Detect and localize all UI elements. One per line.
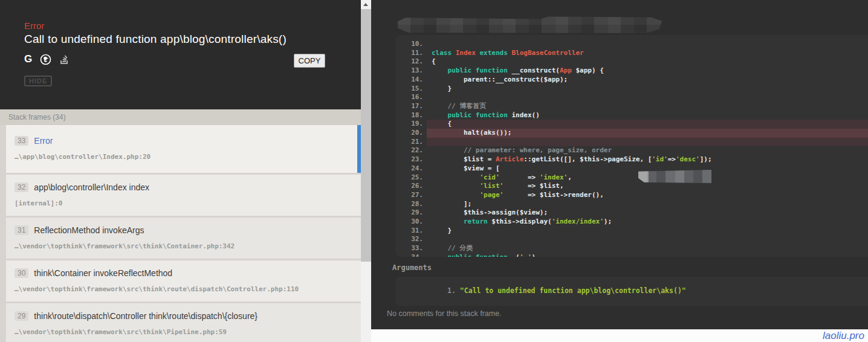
exception-message: Call to undefined function app\blog\cont… bbox=[24, 33, 287, 46]
code-line: 14. parent::__construct($app); bbox=[395, 76, 868, 85]
code-line: 28. ]; bbox=[395, 200, 868, 209]
line-number: 34. bbox=[395, 253, 427, 257]
code-line: 33. // 分类 bbox=[395, 244, 868, 253]
code-line: 17. // 博客首页 bbox=[395, 102, 868, 111]
line-number: 24. bbox=[395, 164, 427, 173]
code-line: 25. 'cid' => 'index', bbox=[395, 173, 868, 182]
stack-frames-list: 33Error…\app\blog\controller\Index.php:2… bbox=[0, 125, 361, 342]
line-number: 15. bbox=[395, 85, 427, 94]
line-number: 11. bbox=[395, 49, 427, 58]
code-line: 20. halt(aks()); bbox=[395, 129, 868, 138]
stack-frame[interactable]: 30think\Container invokeReflectMethod…\v… bbox=[6, 260, 361, 302]
argument-item: 1."Call to undefined function app\blog\c… bbox=[447, 286, 686, 295]
code-line: 29. $this->assign($view); bbox=[395, 208, 868, 218]
copy-button[interactable]: COPY bbox=[294, 54, 325, 68]
line-number: 26. bbox=[395, 182, 427, 191]
hide-button[interactable]: HIDE bbox=[24, 76, 52, 86]
scrollbar-thumb[interactable] bbox=[361, 9, 371, 262]
code-line: 32. bbox=[395, 235, 868, 244]
left-panel: Error Call to undefined function app\blo… bbox=[0, 0, 361, 342]
arguments-box: 1."Call to undefined function app\blog\c… bbox=[395, 277, 868, 306]
stack-frame[interactable]: 32app\blog\controller\Index index[intern… bbox=[6, 175, 361, 216]
google-icon[interactable]: G bbox=[24, 54, 32, 65]
code-line: 24. $view = [ bbox=[395, 164, 868, 173]
page-footer: laoliu.pro bbox=[371, 329, 868, 342]
censored-file-path bbox=[398, 16, 662, 33]
line-number: 16. bbox=[395, 93, 427, 102]
censored-code-fragment bbox=[638, 170, 711, 183]
frame-number-badge: 33 bbox=[15, 136, 28, 146]
stack-frames-header: Stack frames (34) bbox=[0, 109, 361, 125]
code-line: 18. public function index() bbox=[395, 111, 868, 120]
code-line: 34. public function …('…') bbox=[395, 253, 868, 257]
code-line: 16. bbox=[395, 93, 868, 102]
line-number: 22. bbox=[395, 146, 427, 155]
line-number: 23. bbox=[395, 155, 427, 164]
frame-title: ReflectionMethod invokeArgs bbox=[34, 225, 144, 235]
code-line: 27. 'page' => $list->render(), bbox=[395, 191, 868, 200]
argument-value: "Call to undefined function app\blog\con… bbox=[460, 286, 686, 295]
line-number: 17. bbox=[395, 102, 427, 111]
line-number: 14. bbox=[395, 76, 427, 85]
line-number: 10. bbox=[395, 40, 427, 49]
code-panel: 10.11.class Index extends BlogBaseContro… bbox=[371, 0, 868, 342]
source-code-block: 10.11.class Index extends BlogBaseContro… bbox=[395, 35, 868, 257]
line-number: 29. bbox=[395, 208, 427, 218]
code-line: 21. bbox=[395, 138, 868, 147]
frame-number-badge: 29 bbox=[15, 311, 28, 321]
line-number: 25. bbox=[395, 173, 427, 182]
line-number: 21. bbox=[395, 138, 427, 147]
frame-file-path: …\app\blog\controller\Index.php:20 bbox=[15, 153, 351, 161]
no-comments-text: No comments for this stack frame. bbox=[387, 309, 502, 318]
argument-index: 1. bbox=[447, 286, 456, 295]
vertical-scrollbar[interactable] bbox=[361, 0, 371, 342]
line-number: 32. bbox=[395, 235, 427, 244]
code-line: 15. } bbox=[395, 85, 868, 94]
code-line: 11.class Index extends BlogBaseControlle… bbox=[395, 49, 868, 58]
error-page: Error Call to undefined function app\blo… bbox=[0, 0, 868, 342]
code-line: 22. // parameter: where, page_size, orde… bbox=[395, 146, 868, 155]
frame-number-badge: 30 bbox=[15, 268, 28, 278]
code-line: 10. bbox=[395, 40, 868, 49]
stackoverflow-icon[interactable] bbox=[59, 54, 70, 65]
code-lines: 10.11.class Index extends BlogBaseContro… bbox=[395, 40, 868, 257]
code-line: 30. return $this->display('index/index')… bbox=[395, 218, 868, 227]
code-line: 26. 'list' => $list, bbox=[395, 182, 868, 191]
line-number: 30. bbox=[395, 218, 427, 227]
watermark-text: laoliu.pro bbox=[823, 330, 868, 341]
line-number: 19. bbox=[395, 120, 427, 129]
code-line: 19. { bbox=[395, 120, 868, 129]
frame-title: app\blog\controller\Index index bbox=[34, 182, 149, 192]
stack-frame[interactable]: 33Error…\app\blog\controller\Index.php:2… bbox=[6, 125, 361, 173]
frame-title: think\Container invokeReflectMethod bbox=[34, 268, 172, 278]
scrollbar-up-arrow-icon[interactable] bbox=[361, 0, 371, 9]
arguments-label: Arguments bbox=[392, 263, 432, 272]
line-number: 20. bbox=[395, 129, 427, 138]
line-number: 12. bbox=[395, 57, 427, 66]
line-number: 18. bbox=[395, 111, 427, 120]
frame-file-path: [internal]:0 bbox=[15, 199, 351, 207]
exception-header: Error Call to undefined function app\blo… bbox=[0, 0, 361, 109]
line-number: 33. bbox=[395, 244, 427, 253]
code-line: 12.{ bbox=[395, 57, 868, 66]
line-number: 27. bbox=[395, 191, 427, 200]
frame-title: Error bbox=[34, 136, 53, 146]
frame-number-badge: 31 bbox=[15, 225, 28, 235]
code-line: 13. public function __construct(App $app… bbox=[395, 66, 868, 76]
frame-number-badge: 32 bbox=[15, 182, 28, 192]
exception-class-label: Error bbox=[24, 21, 44, 31]
frame-file-path: …\vendor\topthink\framework\src\think\ro… bbox=[15, 285, 351, 293]
line-number: 13. bbox=[395, 66, 427, 76]
code-line: 23. $list = Article::getList([], $this->… bbox=[395, 155, 868, 164]
duckduckgo-icon[interactable] bbox=[40, 54, 51, 65]
line-number: 31. bbox=[395, 227, 427, 236]
search-icons-row: G bbox=[24, 53, 70, 65]
frame-title: think\route\dispatch\Controller think\ro… bbox=[34, 311, 257, 321]
stack-frame[interactable]: 29think\route\dispatch\Controller think\… bbox=[6, 303, 361, 342]
code-line: 31. } bbox=[395, 227, 868, 236]
frame-file-path: …\vendor\topthink\framework\src\think\Co… bbox=[15, 242, 351, 250]
frame-file-path: …\vendor\topthink\framework\src\think\Pi… bbox=[15, 328, 351, 336]
line-number: 28. bbox=[395, 200, 427, 209]
stack-frame[interactable]: 31ReflectionMethod invokeArgs…\vendor\to… bbox=[6, 218, 361, 259]
